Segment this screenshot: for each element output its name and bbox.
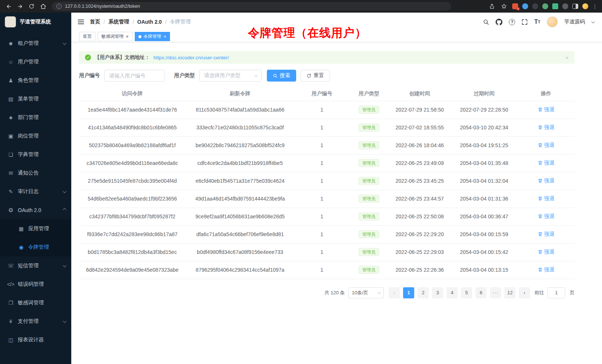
font-size-icon[interactable]: TT [534, 19, 540, 25]
tabs-bar: 首页敏感词管理×令牌管理× [71, 31, 602, 42]
sidebar-item-report[interactable]: ◫报表设计器 [0, 331, 71, 349]
column-header: 用户类型 [349, 87, 389, 101]
force-logout-button[interactable]: 强退 [538, 178, 554, 184]
sidebar-item-sensitive[interactable]: ❒敏感词管理 [0, 294, 71, 312]
fullscreen-icon[interactable] [521, 19, 528, 25]
chevron-down-icon[interactable] [591, 20, 595, 23]
force-logout-button[interactable]: 强退 [538, 106, 554, 113]
payment-icon: ¥ [7, 318, 15, 324]
sidebar-item-menu[interactable]: ▤菜单管理 [0, 90, 71, 108]
action-cell: 强退 [517, 119, 575, 136]
prev-page-button[interactable]: ‹ [389, 287, 400, 298]
extension-icon[interactable]: 0 [512, 3, 518, 9]
user-type-select[interactable]: 请选择用户类型 [199, 70, 262, 82]
force-logout-button[interactable]: 强退 [538, 160, 554, 166]
sidebar-item-pay[interactable]: ¥支付管理 [0, 312, 71, 331]
page-button[interactable]: 6 [475, 287, 487, 298]
extensions-puzzle-icon[interactable] [562, 3, 568, 9]
github-icon[interactable] [495, 19, 503, 26]
search-icon[interactable] [483, 19, 489, 25]
reset-button[interactable]: 重置 [301, 70, 330, 82]
page-content: ✓ 【用户体系】文档地址： https://doc.iocoder.cn/use… [71, 42, 602, 364]
share-icon[interactable] [488, 2, 496, 10]
user-id-cell: 1 [295, 101, 349, 119]
sidebar-item-label: 通知公告 [18, 170, 65, 176]
sidebar-item-error-code[interactable]: </>错误码管理 [0, 275, 71, 294]
extension-icon[interactable] [542, 3, 548, 9]
vue-devtools-icon[interactable] [552, 3, 558, 9]
username[interactable]: 芋道源码 [564, 19, 585, 25]
user-avatar[interactable] [547, 16, 558, 27]
tab-close-icon[interactable]: × [126, 34, 129, 39]
sidebar-item-oauth2-token[interactable]: ◉令牌管理 [0, 238, 71, 257]
page-button[interactable]: 3 [432, 287, 443, 298]
alert-close-icon[interactable]: × [565, 54, 569, 61]
force-logout-button[interactable]: 强退 [538, 142, 554, 149]
reload-icon[interactable] [27, 2, 36, 10]
user-type-cell: 管理员 [349, 136, 389, 154]
sidebar-item-sms[interactable]: ☏短信管理 [0, 257, 71, 275]
address-bar[interactable]: i 127.0.0.1:1024/system/oauth2/token [52, 2, 451, 11]
page-button[interactable]: 4 [446, 287, 458, 298]
force-logout-button[interactable]: 强退 [538, 267, 554, 273]
home-icon[interactable] [39, 2, 47, 10]
force-logout-button[interactable]: 强退 [538, 195, 554, 202]
sidebar-item-dept[interactable]: ♣部门管理 [0, 108, 71, 127]
refresh-icon [307, 73, 311, 78]
force-logout-label: 强退 [544, 213, 554, 220]
sidebar-item-notice[interactable]: ✉通知公告 [0, 164, 71, 182]
sidebar-item-user[interactable]: ☺用户管理 [0, 53, 71, 71]
help-icon[interactable]: ? [509, 19, 515, 25]
sidebar-item-role[interactable]: ♟角色管理 [0, 71, 71, 90]
extension-icon[interactable] [522, 3, 528, 9]
tab-sensitive-word[interactable]: 敏感词管理× [98, 32, 132, 41]
site-info-icon[interactable]: i [56, 4, 62, 9]
sidebar-item-dict[interactable]: ❏字典管理 [0, 145, 71, 164]
extension-icon[interactable] [532, 3, 538, 9]
search-button[interactable]: 搜索 [267, 70, 296, 82]
app-window: 芋道管理系统 ☻租户管理☺用户管理♟角色管理▤菜单管理♣部门管理▣岗位管理❏字典… [0, 13, 602, 364]
breadcrumb-item[interactable]: OAuth 2.0 [137, 19, 162, 25]
browser-menu-icon[interactable]: ⋮ [592, 3, 598, 9]
page-button[interactable]: 1 [403, 287, 414, 298]
sidebar-item-label: 审计日志 [18, 188, 63, 195]
user-id-input[interactable] [104, 70, 164, 82]
force-logout-button[interactable]: 强退 [538, 124, 554, 131]
page-button[interactable]: 5 [461, 287, 472, 298]
app-logo[interactable]: 芋道管理系统 [0, 13, 71, 31]
user-id-cell: 1 [295, 136, 349, 154]
tab-close-icon[interactable]: × [164, 34, 167, 39]
sidebar-toggle-icon[interactable] [78, 19, 84, 25]
create-time-cell: 2022-06-25 22:29:20 [389, 225, 451, 243]
breadcrumb-item[interactable]: 系统管理 [108, 19, 129, 25]
side-panel-icon[interactable] [572, 4, 578, 9]
next-page-button[interactable]: › [519, 287, 530, 298]
forward-icon[interactable] [16, 2, 24, 10]
table-row: b0d1785bc3a8482f812db4a3f3bd15ecb0df4980… [79, 243, 575, 261]
sidebar-item-audit-log[interactable]: ✎审计日志 [0, 182, 71, 201]
sidebar-item-oauth2[interactable]: ✪OAuth 2.0 [0, 201, 71, 219]
tab-home[interactable]: 首页 [79, 32, 95, 41]
page-button[interactable]: 2 [418, 287, 429, 298]
user-id-cell: 1 [295, 243, 349, 261]
page-size-select[interactable]: 10条/页 [348, 287, 384, 298]
force-logout-button[interactable]: 强退 [538, 213, 554, 220]
pagination-ellipsis[interactable]: ··· [490, 287, 501, 298]
bookmark-star-icon[interactable] [500, 2, 508, 10]
sidebar-item-oauth2-app[interactable]: ▦应用管理 [0, 219, 71, 238]
breadcrumb-item: 令牌管理 [170, 19, 191, 25]
force-logout-label: 强退 [544, 124, 554, 131]
breadcrumb-item[interactable]: 首页 [90, 19, 100, 25]
page-button[interactable]: 12 [504, 287, 516, 298]
sidebar: 芋道管理系统 ☻租户管理☺用户管理♟角色管理▤菜单管理♣部门管理▣岗位管理❏字典… [0, 13, 71, 364]
tab-token[interactable]: 令牌管理× [135, 32, 170, 41]
goto-page-input[interactable] [547, 287, 565, 298]
sidebar-item-label: 用户管理 [18, 59, 65, 65]
force-logout-button[interactable]: 强退 [538, 249, 554, 255]
back-icon[interactable] [4, 2, 13, 10]
sidebar-item-tenant[interactable]: ☻租户管理 [0, 34, 71, 53]
force-logout-button[interactable]: 强退 [538, 231, 554, 238]
sidebar-item-post[interactable]: ▣岗位管理 [0, 127, 71, 145]
browser-profile-icon[interactable] [582, 3, 588, 9]
doc-link[interactable]: https://doc.iocoder.cn/user-center/ [154, 55, 229, 60]
